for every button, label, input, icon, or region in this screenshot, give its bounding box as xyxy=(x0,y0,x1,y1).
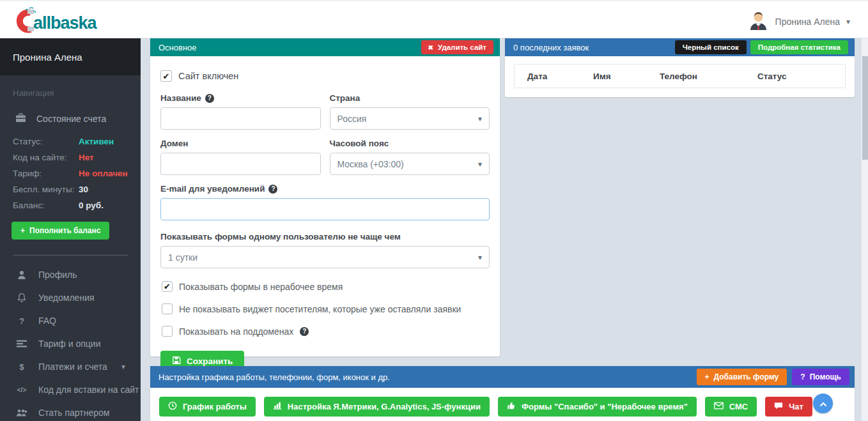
save-label: Сохранить xyxy=(187,356,233,366)
sidebar-item-label: Платежи и счета xyxy=(38,362,107,372)
app-logo[interactable]: allbaska xyxy=(12,7,97,36)
metrics-settings-button[interactable]: Настройка Я.Метрики, G.Analytics, JS-фун… xyxy=(264,397,490,417)
briefcase-icon xyxy=(15,113,26,125)
chevron-down-icon: ▾ xyxy=(478,253,482,262)
button-label: Настройка Я.Метрики, G.Analytics, JS-фун… xyxy=(288,402,481,411)
sidebar-item-payments[interactable]: $ Платежи и счета ▾ xyxy=(0,355,141,378)
panel-header-requests: 0 последних заявок Черный список Подробн… xyxy=(505,38,855,56)
checkbox-label: Не показывать виджет посетителям, которы… xyxy=(179,304,461,314)
status-label: Беспл. минуты: xyxy=(13,181,79,197)
help-circle-icon[interactable]: ? xyxy=(268,185,277,194)
logo-text: allbaska xyxy=(33,13,97,33)
help-circle-icon[interactable]: ? xyxy=(205,94,214,103)
sms-button[interactable]: СМС xyxy=(705,397,757,417)
question-icon: ? xyxy=(15,316,28,326)
sidebar-item-label: FAQ xyxy=(38,316,56,326)
sidebar: Пронина Алена Навигация Состояние счета … xyxy=(0,38,141,421)
detailed-stats-button[interactable]: Подробная статистика xyxy=(750,40,848,54)
button-label: График работы xyxy=(183,402,247,411)
button-label: СМС xyxy=(729,402,748,411)
subdomains-checkbox[interactable]: Показывать на поддоменах ? xyxy=(162,326,490,337)
users-icon xyxy=(15,409,28,417)
sidebar-item-account-state[interactable]: Состояние счета xyxy=(0,98,141,125)
settings-title: Настройка графика работы, телефонии, фор… xyxy=(159,372,390,382)
sidebar-user-name: Пронина Алена xyxy=(0,38,141,75)
sidebar-item-notifications[interactable]: Уведомления xyxy=(0,286,141,309)
domain-input[interactable] xyxy=(160,153,321,175)
blacklist-button[interactable]: Черный список xyxy=(675,40,747,54)
settings-buttons-row: График работы Настройка Я.Метрики, G.Ana… xyxy=(150,388,855,421)
bell-icon xyxy=(15,293,28,303)
help-circle-icon[interactable]: ? xyxy=(300,327,309,336)
email-input[interactable] xyxy=(160,198,490,220)
status-value: Активен xyxy=(79,134,114,149)
scroll-to-top-button[interactable] xyxy=(813,394,833,413)
chat-button[interactable]: Чат xyxy=(765,397,812,417)
question-icon: ? xyxy=(800,372,805,381)
sidebar-item-tariff[interactable]: Тариф и опции xyxy=(0,332,141,355)
chevron-down-icon: ▾ xyxy=(121,362,125,371)
dollar-icon: $ xyxy=(15,362,28,372)
chevron-down-icon: ▾ xyxy=(478,160,482,169)
column-header-name: Имя xyxy=(593,72,660,81)
status-value: Не оплачен xyxy=(79,165,128,181)
panel-header-main: Основное ✖ Удалить сайт xyxy=(150,38,500,56)
country-select[interactable]: Россия ▾ xyxy=(330,107,490,130)
main-settings-panel: Основное ✖ Удалить сайт ✔ Сайт включен Н… xyxy=(150,38,500,356)
domain-field-label: Домен xyxy=(160,139,189,148)
status-label: Статус: xyxy=(13,134,79,149)
extra-settings-panel: Настройка графика работы, телефонии, фор… xyxy=(150,366,855,421)
list-icon xyxy=(15,340,28,348)
checkbox-icon[interactable]: ✔ xyxy=(162,281,173,292)
status-row: Статус: Активен xyxy=(13,134,141,149)
checkbox-icon[interactable] xyxy=(162,326,173,337)
sidebar-item-label: Стать партнером xyxy=(38,408,109,418)
envelope-icon xyxy=(714,402,724,411)
sidebar-item-partner[interactable]: Стать партнером xyxy=(0,401,141,421)
sidebar-item-embed-code[interactable]: </> Код для вставки на сайт xyxy=(0,378,141,401)
site-name-input[interactable] xyxy=(160,107,321,130)
work-schedule-button[interactable]: График работы xyxy=(159,397,256,417)
hide-widget-checkbox[interactable]: Не показывать виджет посетителям, которы… xyxy=(162,303,490,314)
requests-table-header: Дата Имя Телефон Статус xyxy=(514,64,846,88)
site-enabled-checkbox[interactable]: ✔ Сайт включен xyxy=(160,70,490,82)
thankyou-forms-button[interactable]: Формы "Спасибо" и "Нерабочее время" xyxy=(498,397,697,417)
help-button[interactable]: ? Помощь xyxy=(792,369,849,385)
frequency-select[interactable]: 1 сутки ▾ xyxy=(160,246,490,268)
plus-icon: + xyxy=(20,226,25,235)
user-menu[interactable]: Пронина Алена ▾ xyxy=(748,10,850,33)
status-row: Код на сайте: Нет xyxy=(13,149,141,165)
checkbox-label: Показывать формы в нерабочее время xyxy=(179,282,343,292)
main-content: Основное ✖ Удалить сайт ✔ Сайт включен Н… xyxy=(141,38,868,421)
main-settings-body: ✔ Сайт включен Название ? Страна Рос xyxy=(150,56,500,381)
sidebar-item-faq[interactable]: ? FAQ xyxy=(0,309,141,332)
frequency-value: 1 сутки xyxy=(168,252,198,263)
user-name: Пронина Алена xyxy=(775,17,840,27)
checkbox-icon[interactable] xyxy=(162,303,173,314)
sidebar-item-label: Профиль xyxy=(38,270,77,280)
panel-title: Основное xyxy=(159,43,197,52)
checkbox-label: Сайт включен xyxy=(178,71,238,81)
user-icon xyxy=(15,270,28,280)
add-form-button[interactable]: + Добавить форму xyxy=(697,369,787,385)
delete-site-button[interactable]: ✖ Удалить сайт xyxy=(421,40,493,54)
status-label: Тариф: xyxy=(13,165,79,181)
status-value: 0 руб. xyxy=(79,197,104,213)
scrollbar-thumb[interactable] xyxy=(862,56,868,160)
delete-site-label: Удалить сайт xyxy=(438,43,486,51)
status-label: Баланс: xyxy=(13,197,79,213)
plus-icon: + xyxy=(705,372,709,381)
name-field-label: Название xyxy=(160,93,201,103)
topup-balance-button[interactable]: + Пополнить баланс xyxy=(12,222,109,240)
sidebar-item-label: Состояние счета xyxy=(36,114,106,124)
status-label: Код на сайте: xyxy=(13,149,79,165)
bar-chart-icon xyxy=(273,401,282,412)
checkbox-icon[interactable]: ✔ xyxy=(160,70,172,82)
column-header-phone: Телефон xyxy=(660,72,757,81)
offhours-forms-checkbox[interactable]: ✔ Показывать формы в нерабочее время xyxy=(162,281,490,292)
sidebar-item-profile[interactable]: Профиль xyxy=(0,263,141,286)
page-scrollbar[interactable] xyxy=(861,38,868,421)
country-field-label: Страна xyxy=(330,93,360,103)
requests-title: 0 последних заявок xyxy=(513,43,589,52)
timezone-select[interactable]: Москва (+03:00) ▾ xyxy=(330,153,490,175)
